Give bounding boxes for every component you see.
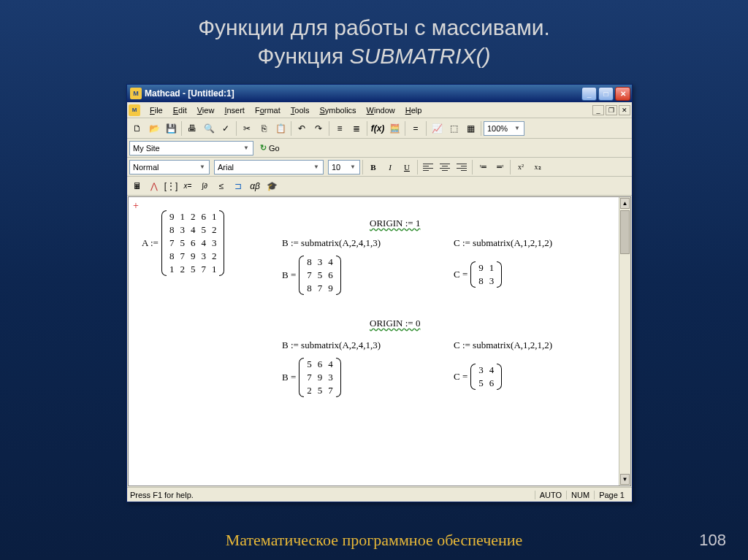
region-B2[interactable]: B = 564793257 <box>282 358 341 397</box>
worksheet[interactable]: + A := 9126183452756438793212571 ORIGIN … <box>128 196 631 486</box>
status-page: Page 1 <box>594 491 629 499</box>
status-auto: AUTO <box>535 491 566 499</box>
maximize-button[interactable]: □ <box>598 87 614 101</box>
greek-icon[interactable]: αβ <box>247 178 263 194</box>
underline-button[interactable]: U <box>399 160 415 174</box>
standard-toolbar: 🗋 📂 💾 🖶 🔍 ✓ ✂ ⎘ 📋 ↶ ↷ ≡ ≣ f(x) 🧮 = 📈 ⬚ ▦… <box>127 118 632 139</box>
style-combo[interactable]: Normal▼ <box>129 160 210 174</box>
component-icon[interactable]: ⬚ <box>446 120 462 137</box>
menu-help[interactable]: Help <box>400 104 427 116</box>
preview-icon[interactable]: 🔍 <box>201 120 217 137</box>
undo-icon[interactable]: ↶ <box>294 120 310 137</box>
new-icon[interactable]: 🗋 <box>129 120 145 137</box>
window-title: Mathcad - [Untitled:1] <box>145 88 581 99</box>
region-C2[interactable]: C = 3456 <box>454 364 502 390</box>
paste-icon[interactable]: 📋 <box>272 120 289 137</box>
mathcad-window: M Mathcad - [Untitled:1] _ □ ✕ M File Ed… <box>126 84 633 502</box>
open-icon[interactable]: 📂 <box>146 120 162 137</box>
site-combo[interactable]: My Site▼ <box>129 141 253 156</box>
scroll-thumb[interactable] <box>620 210 630 254</box>
mdi-minimize[interactable]: _ <box>592 105 604 115</box>
doc-icon: M <box>129 104 140 116</box>
minimize-button[interactable]: _ <box>581 87 597 101</box>
align-left-button[interactable] <box>420 160 436 174</box>
slide-title: Функции для работы с массивами. Функция … <box>0 0 748 70</box>
insert2-icon[interactable]: ▦ <box>462 120 478 137</box>
italic-button[interactable]: I <box>382 160 398 174</box>
align-right-button[interactable] <box>454 160 470 174</box>
scroll-down-icon[interactable]: ▼ <box>620 474 630 485</box>
programming-icon[interactable]: ⊐ <box>230 178 246 194</box>
menu-view[interactable]: View <box>192 104 220 116</box>
symbolic-icon[interactable]: 🎓 <box>264 178 280 194</box>
format-toolbar: Normal▼ Arial▼ 10▼ B I U ≔ ≕ x² x₂ <box>127 158 632 177</box>
region-C-assign2[interactable]: C := submatrix(A,1,2,1,2) <box>454 340 552 351</box>
scroll-up-icon[interactable]: ▲ <box>620 198 630 209</box>
menu-window[interactable]: Window <box>362 104 400 116</box>
region-A[interactable]: A := 9126183452756438793212571 <box>142 210 224 276</box>
menu-format[interactable]: Format <box>250 104 286 116</box>
menu-file[interactable]: File <box>145 104 168 116</box>
menubar: M File Edit View Insert Format Tools Sym… <box>127 102 632 118</box>
matrix-A: 9126183452756438793212571 <box>161 210 225 276</box>
copy-icon[interactable]: ⎘ <box>256 120 272 137</box>
status-num: NUM <box>566 491 594 499</box>
math-toolbar: 🖩 ⋀ [⋮] x= ∫∂ ≤ ⊐ αβ 🎓 <box>127 177 632 196</box>
matrix-C2: 3456 <box>470 364 502 390</box>
title-line2: Функция SUBMATRIX() <box>0 42 748 70</box>
align-center-button[interactable] <box>437 160 453 174</box>
mdi-restore[interactable]: ❐ <box>606 105 617 115</box>
matrix-B1: 834756879 <box>299 256 341 295</box>
menu-tools[interactable]: Tools <box>286 104 315 116</box>
align2-icon[interactable]: ≣ <box>348 120 365 137</box>
close-button[interactable]: ✕ <box>615 87 630 101</box>
web-toolbar: My Site▼ ↻ Go <box>127 139 632 158</box>
status-help: Press F1 for help. <box>130 491 535 499</box>
eval-icon[interactable]: x= <box>180 178 196 194</box>
save-icon[interactable]: 💾 <box>163 120 179 137</box>
titlebar: M Mathcad - [Untitled:1] _ □ ✕ <box>127 85 632 102</box>
region-origin0[interactable]: ORIGIN := 0 <box>370 318 420 329</box>
print-icon[interactable]: 🖶 <box>184 120 200 137</box>
bold-button[interactable]: B <box>365 160 381 174</box>
sub-button[interactable]: x₂ <box>530 160 546 174</box>
region-B-assign2[interactable]: B := submatrix(A,2,4,1,3) <box>282 340 381 351</box>
region-C-assign1[interactable]: C := submatrix(A,1,2,1,2) <box>454 237 552 249</box>
title-line1: Функции для работы с массивами. <box>0 13 748 42</box>
go-button[interactable]: ↻ Go <box>257 142 283 154</box>
menu-edit[interactable]: Edit <box>168 104 192 116</box>
statusbar: Press F1 for help. AUTO NUM Page 1 <box>127 487 632 502</box>
numbering-button[interactable]: ≕ <box>492 160 508 174</box>
cut-icon[interactable]: ✂ <box>239 120 255 137</box>
A-label: A := <box>142 237 159 249</box>
bullets-button[interactable]: ≔ <box>475 160 491 174</box>
region-B1[interactable]: B = 834756879 <box>282 256 341 295</box>
matrix-icon[interactable]: [⋮] <box>163 178 179 194</box>
redo-icon[interactable]: ↷ <box>310 120 327 137</box>
fx-icon[interactable]: f(x) <box>370 120 386 137</box>
align-icon[interactable]: ≡ <box>332 120 348 137</box>
unit-icon[interactable]: 🧮 <box>386 120 402 137</box>
boolean-icon[interactable]: ≤ <box>213 178 229 194</box>
calculus-icon[interactable]: ∫∂ <box>196 178 213 194</box>
zoom-combo[interactable]: 100%▼ <box>484 121 524 136</box>
graph-icon[interactable]: 📈 <box>429 120 445 137</box>
region-C1[interactable]: C = 9183 <box>454 261 502 288</box>
matrix-B2: 564793257 <box>299 358 341 397</box>
calculator-icon[interactable]: 🖩 <box>129 178 145 194</box>
go-arrow-icon: ↻ <box>260 143 267 153</box>
sup-button[interactable]: x² <box>513 160 529 174</box>
slide-footer: Математическое программное обеспечение <box>0 531 748 550</box>
menu-insert[interactable]: Insert <box>219 104 250 116</box>
region-B-assign1[interactable]: B := submatrix(A,2,4,1,3) <box>282 237 381 249</box>
fontsize-combo[interactable]: 10▼ <box>328 160 360 174</box>
app-icon: M <box>130 88 142 99</box>
mdi-close[interactable]: ✕ <box>619 105 630 115</box>
menu-symbolics[interactable]: Symbolics <box>314 104 361 116</box>
spell-icon[interactable]: ✓ <box>218 120 234 137</box>
calc-icon[interactable]: = <box>408 120 424 137</box>
vertical-scrollbar[interactable]: ▲ ▼ <box>619 197 630 486</box>
font-combo[interactable]: Arial▼ <box>214 160 324 174</box>
region-origin1[interactable]: ORIGIN := 1 <box>370 218 420 229</box>
graph-toolbar-icon[interactable]: ⋀ <box>146 178 162 194</box>
